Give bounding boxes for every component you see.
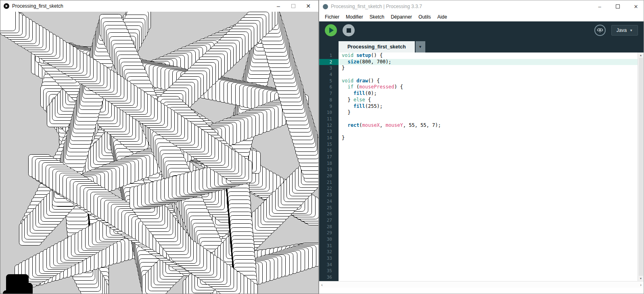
code-line: } (339, 135, 638, 141)
sketch-canvas[interactable] (0, 12, 318, 294)
code-line (339, 166, 638, 173)
chevron-down-icon: ▼ (629, 29, 633, 32)
code-line: if (mousePressed) { (339, 84, 638, 90)
debug-butterfly-icon (597, 28, 603, 33)
menu-item-sketch[interactable]: Sketch (366, 13, 388, 21)
line-number: 10 (319, 109, 339, 116)
stop-button[interactable] (343, 24, 355, 36)
line-number: 23 (319, 192, 339, 198)
code-line (339, 147, 638, 154)
code-line (339, 198, 638, 205)
code-line (339, 230, 638, 236)
code-line (339, 141, 638, 148)
code-line (339, 268, 638, 274)
vertical-scrollbar[interactable]: ▲ ▼ (638, 52, 644, 281)
code-line (339, 116, 638, 122)
code-line (339, 160, 638, 167)
line-number: 30 (319, 236, 339, 243)
ide-window: Processing_first_sketch | Processing 3.3… (319, 0, 644, 294)
tab-processing-first-sketch[interactable]: Processing_first_sketch (339, 41, 415, 52)
processing-app-icon (323, 4, 328, 9)
code-line (339, 192, 638, 198)
code-line: } else { (339, 97, 638, 103)
line-number-gutter: 1234567891011121314151617181920212223242… (319, 52, 339, 281)
code-line (339, 211, 638, 217)
code-line (339, 185, 638, 192)
mode-selector-java[interactable]: Java ▼ (611, 25, 638, 36)
sketch-window: Processing_first_sketch – ✕ (0, 0, 319, 294)
line-number: 15 (319, 141, 339, 148)
line-number: 1 (319, 52, 339, 59)
code-line: fill(255); (339, 103, 638, 110)
line-number: 8 (319, 97, 339, 103)
line-number: 13 (319, 128, 339, 135)
code-line (339, 154, 638, 160)
menu-item-aide[interactable]: Aide (434, 13, 450, 21)
code-line: void draw() { (339, 78, 638, 84)
code-editor: 1234567891011121314151617181920212223242… (319, 52, 644, 281)
code-line (339, 262, 638, 268)
line-number: 26 (319, 211, 339, 217)
tab-menu-button[interactable]: ▼ (416, 41, 425, 52)
code-line (339, 243, 638, 249)
sketch-maximize-button[interactable] (287, 3, 299, 9)
code-line (339, 205, 638, 211)
code-line (339, 236, 638, 243)
line-number: 12 (319, 122, 339, 129)
line-number: 31 (319, 243, 339, 249)
toolbar: Java ▼ (319, 21, 644, 39)
sketch-close-button[interactable]: ✕ (302, 3, 314, 9)
scroll-up-icon[interactable]: ▲ (640, 54, 642, 57)
menubar: FichierModifierSketchDépannerOutilsAide (319, 13, 644, 21)
line-number: 9 (319, 103, 339, 110)
code-line (339, 179, 638, 186)
code-line: } (339, 65, 638, 71)
scroll-right-icon[interactable]: › (640, 282, 642, 287)
line-number: 4 (319, 71, 339, 78)
ide-minimize-button[interactable]: – (592, 0, 607, 13)
ide-window-title: Processing_first_sketch | Processing 3.3… (331, 4, 589, 9)
horizontal-scrollbar[interactable]: ‹ › (319, 281, 644, 288)
code-line (339, 128, 638, 135)
line-number: 2 (319, 59, 339, 65)
line-number: 29 (319, 230, 339, 236)
vertical-scroll-thumb[interactable] (639, 58, 643, 276)
line-number: 14 (319, 135, 339, 141)
menu-item-depanner[interactable]: Dépanner (387, 13, 415, 21)
code-line (339, 217, 638, 224)
line-number: 16 (319, 147, 339, 154)
line-number: 32 (319, 249, 339, 255)
code-line (339, 255, 638, 262)
scroll-left-icon[interactable]: ‹ (321, 282, 323, 287)
line-number: 35 (319, 268, 339, 274)
code-line (339, 224, 638, 230)
code-line: } (339, 109, 638, 116)
line-number: 34 (319, 262, 339, 268)
ide-maximize-button[interactable] (610, 0, 625, 13)
line-number: 33 (319, 255, 339, 262)
tabbar: Processing_first_sketch ▼ (319, 39, 644, 52)
sketch-minimize-button[interactable]: – (272, 3, 284, 9)
mode-label: Java (617, 27, 627, 33)
ide-bottom-filler (319, 288, 644, 294)
run-button[interactable] (325, 24, 337, 36)
debug-button[interactable] (594, 25, 606, 36)
line-number: 25 (319, 205, 339, 211)
code-line: void setup() { (339, 52, 638, 59)
code-line: size(800, 700); (339, 59, 638, 65)
menu-item-outils[interactable]: Outils (415, 13, 434, 21)
line-number: 24 (319, 198, 339, 205)
code-line: rect(mouseX, mouseY, 55, 55, 7); (339, 122, 638, 129)
ide-close-button[interactable]: ✕ (628, 0, 644, 13)
code-line (339, 173, 638, 179)
menu-item-fichier[interactable]: Fichier (322, 13, 343, 21)
line-number: 6 (319, 84, 339, 90)
menu-item-modifier[interactable]: Modifier (343, 13, 366, 21)
code-area[interactable]: void setup() { size(800, 700);}void draw… (339, 52, 638, 281)
line-number: 20 (319, 173, 339, 179)
sketch-window-title: Processing_first_sketch (12, 3, 270, 9)
line-number: 7 (319, 90, 339, 97)
scroll-down-icon[interactable]: ▼ (640, 277, 642, 280)
line-number: 27 (319, 217, 339, 224)
line-number: 5 (319, 78, 339, 84)
